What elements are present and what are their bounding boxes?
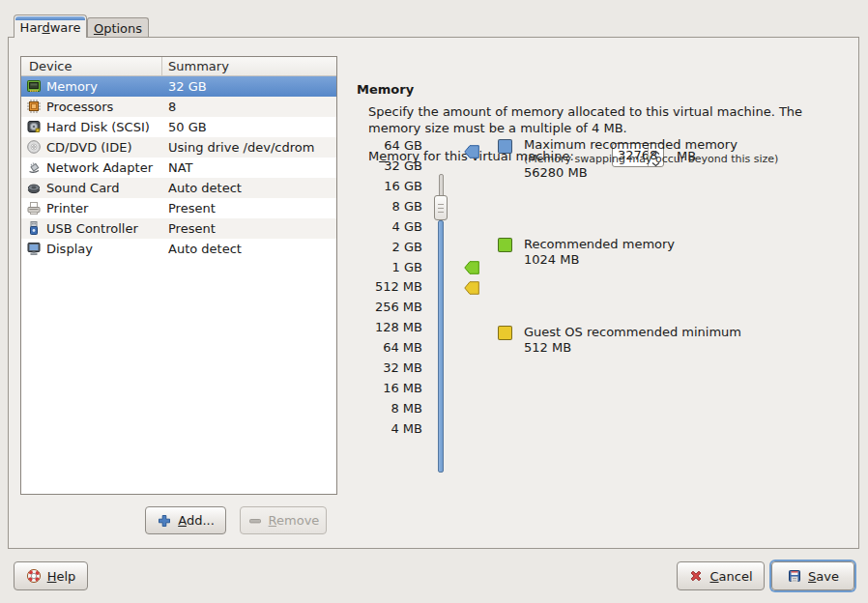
network-adapter-icon	[26, 159, 42, 175]
minimum-memory-title: Guest OS recommended minimum	[524, 325, 741, 340]
scale-tick-label: 64 GB	[362, 137, 422, 155]
device-summary: NAT	[168, 158, 193, 178]
max-memory-swatch	[498, 139, 512, 154]
add-button-label: Add...	[178, 513, 215, 528]
recommended-memory-title: Recommended memory	[524, 237, 675, 252]
hard-disk-icon	[26, 119, 42, 134]
scale-tick-label: 4 MB	[362, 420, 422, 438]
max-memory-value: 56280 MB	[524, 165, 588, 181]
cd-dvd-icon	[26, 139, 42, 155]
device-summary: Present	[168, 198, 216, 218]
device-summary: Using drive /dev/cdrom	[168, 137, 314, 158]
device-name: Hard Disk (SCSI)	[46, 117, 150, 137]
cancel-button-label: Cancel	[709, 569, 752, 584]
plus-icon	[157, 513, 172, 529]
scale-tick-label: 32 GB	[362, 158, 422, 175]
remove-button-label: Remove	[269, 513, 320, 528]
device-name: Memory	[46, 76, 98, 97]
recommended-memory-swatch	[498, 238, 512, 252]
tab-options-label: Options	[94, 21, 142, 36]
device-table: Device Summary Memory 32 GB Processors 8…	[20, 56, 337, 495]
sound-card-icon	[26, 180, 42, 195]
device-name: Sound Card	[46, 178, 119, 198]
minimum-memory-swatch	[498, 326, 512, 340]
scale-tick-label: 64 MB	[362, 339, 422, 357]
table-row-hard-disk[interactable]: Hard Disk (SCSI) 50 GB	[21, 117, 336, 137]
device-name: Processors	[46, 97, 113, 117]
minimum-memory-arrow-icon	[464, 281, 479, 295]
scale-tick-label: 128 MB	[362, 319, 422, 336]
hardware-tab-page: Device Summary Memory 32 GB Processors 8…	[8, 37, 859, 549]
scale-tick-label: 256 MB	[362, 299, 422, 316]
add-button[interactable]: Add...	[145, 506, 226, 534]
scale-tick-label: 4 GB	[362, 218, 422, 236]
minus-icon	[247, 513, 263, 529]
memory-icon	[26, 78, 42, 94]
memory-slider-fill[interactable]	[438, 220, 444, 473]
save-button-label: Save	[808, 569, 839, 584]
tab-hardware-label: Hardware	[20, 20, 81, 35]
scale-tick-label: 8 MB	[362, 400, 422, 417]
device-summary: 32 GB	[168, 76, 207, 97]
scale-tick-label: 8 GB	[362, 198, 422, 215]
memory-slider-handle[interactable]	[434, 195, 448, 220]
table-row-sound-card[interactable]: Sound Card Auto detect	[21, 178, 336, 198]
max-memory-arrow-icon	[464, 145, 479, 158]
scale-tick-label: 16 MB	[362, 380, 422, 397]
device-name: CD/DVD (IDE)	[46, 137, 132, 158]
usb-controller-icon	[26, 220, 42, 236]
scale-tick-label: 16 GB	[362, 178, 422, 195]
help-button[interactable]: Help	[14, 561, 88, 590]
printer-icon	[26, 200, 42, 215]
device-summary: Auto detect	[168, 239, 242, 259]
table-row-printer[interactable]: Printer Present	[21, 198, 336, 218]
device-name: USB Controller	[46, 218, 138, 239]
table-row-network-adapter[interactable]: Network Adapter NAT	[21, 158, 336, 178]
save-icon	[787, 568, 802, 584]
device-name: Network Adapter	[46, 158, 153, 178]
tab-hardware[interactable]: Hardware	[14, 14, 87, 38]
scale-tick-label: 32 MB	[362, 359, 422, 377]
cancel-button[interactable]: Cancel	[677, 561, 765, 590]
panel-description: Specify the amount of memory allocated t…	[368, 104, 823, 136]
device-summary: 8	[168, 97, 176, 117]
vm-settings-dialog: Hardware Options Device Summary Memory 3…	[0, 0, 868, 603]
processors-icon	[26, 99, 42, 114]
active-tab-accent	[15, 16, 85, 20]
table-row-processors[interactable]: Processors 8	[21, 97, 336, 117]
device-summary: Auto detect	[168, 178, 242, 198]
column-header-device[interactable]: Device	[21, 57, 162, 76]
panel-title: Memory	[357, 82, 414, 97]
minimum-memory-value: 512 MB	[524, 340, 571, 356]
table-row-cd-dvd[interactable]: CD/DVD (IDE) Using drive /dev/cdrom	[21, 137, 336, 158]
memory-slider-track[interactable]	[439, 174, 444, 197]
cancel-icon	[688, 568, 704, 584]
max-memory-note: (Memory swapping may occur beyond this s…	[524, 153, 778, 165]
save-button[interactable]: Save	[771, 561, 854, 590]
table-row-usb-controller[interactable]: USB Controller Present	[21, 218, 336, 239]
device-name: Display	[46, 239, 93, 259]
recommended-memory-arrow-icon	[464, 261, 479, 274]
help-icon	[26, 568, 42, 584]
column-header-summary[interactable]: Summary	[162, 57, 336, 76]
scale-tick-label: 512 MB	[362, 278, 422, 296]
scale-tick-label: 1 GB	[362, 259, 422, 276]
max-memory-title: Maximum recommended memory	[524, 137, 738, 153]
recommended-memory-value: 1024 MB	[524, 252, 579, 268]
remove-button[interactable]: Remove	[240, 506, 327, 534]
table-row-memory[interactable]: Memory 32 GB	[21, 76, 336, 97]
display-icon	[26, 241, 42, 256]
device-name: Printer	[46, 198, 88, 218]
scale-tick-label: 2 GB	[362, 239, 422, 256]
table-row-display[interactable]: Display Auto detect	[21, 239, 336, 259]
tab-options[interactable]: Options	[87, 17, 149, 38]
device-summary: 50 GB	[168, 117, 207, 137]
device-summary: Present	[168, 218, 216, 239]
help-button-label: Help	[47, 569, 76, 584]
